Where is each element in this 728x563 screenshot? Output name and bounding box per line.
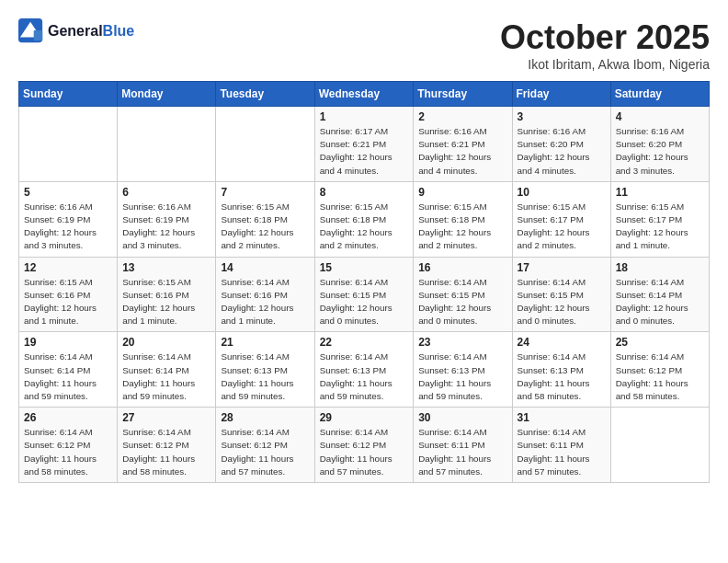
day-number: 1 <box>320 110 409 123</box>
calendar-cell <box>216 107 314 182</box>
day-number: 20 <box>122 336 210 349</box>
day-number: 16 <box>418 261 506 274</box>
calendar-table: SundayMondayTuesdayWednesdayThursdayFrid… <box>18 81 710 483</box>
calendar-cell <box>610 408 709 483</box>
day-detail: Sunrise: 6:15 AMSunset: 6:18 PMDaylight:… <box>221 201 309 253</box>
day-detail: Sunrise: 6:14 AMSunset: 6:14 PMDaylight:… <box>616 276 704 328</box>
calendar-cell: 7Sunrise: 6:15 AMSunset: 6:18 PMDaylight… <box>216 181 314 257</box>
day-number: 25 <box>616 336 704 349</box>
day-number: 30 <box>418 411 506 424</box>
day-detail: Sunrise: 6:16 AMSunset: 6:19 PMDaylight:… <box>122 201 210 253</box>
day-detail: Sunrise: 6:14 AMSunset: 6:16 PMDaylight:… <box>221 276 309 328</box>
title-block: October 2025 Ikot Ibritam, Akwa Ibom, Ni… <box>500 18 710 72</box>
logo-text: GeneralBlue <box>48 23 134 40</box>
day-number: 22 <box>320 336 409 349</box>
day-number: 29 <box>320 411 409 424</box>
day-header-saturday: Saturday <box>610 82 709 107</box>
day-detail: Sunrise: 6:15 AMSunset: 6:16 PMDaylight:… <box>122 276 210 328</box>
day-number: 31 <box>518 411 606 424</box>
calendar-cell: 1Sunrise: 6:17 AMSunset: 6:21 PMDaylight… <box>314 107 414 182</box>
day-detail: Sunrise: 6:14 AMSunset: 6:12 PMDaylight:… <box>320 426 409 478</box>
day-number: 17 <box>518 261 606 274</box>
day-detail: Sunrise: 6:14 AMSunset: 6:15 PMDaylight:… <box>518 276 606 328</box>
day-number: 19 <box>24 336 112 349</box>
day-number: 21 <box>221 336 309 349</box>
day-number: 14 <box>221 261 309 274</box>
calendar-cell: 4Sunrise: 6:16 AMSunset: 6:20 PMDaylight… <box>610 107 709 182</box>
day-detail: Sunrise: 6:14 AMSunset: 6:13 PMDaylight:… <box>518 350 606 403</box>
day-number: 6 <box>122 186 210 199</box>
day-number: 7 <box>221 186 309 199</box>
day-detail: Sunrise: 6:14 AMSunset: 6:12 PMDaylight:… <box>616 350 704 403</box>
calendar-week-4: 19Sunrise: 6:14 AMSunset: 6:14 PMDayligh… <box>19 332 710 408</box>
day-number: 8 <box>320 186 409 199</box>
day-detail: Sunrise: 6:14 AMSunset: 6:15 PMDaylight:… <box>418 276 506 328</box>
calendar-cell: 9Sunrise: 6:15 AMSunset: 6:18 PMDaylight… <box>414 181 512 257</box>
day-detail: Sunrise: 6:16 AMSunset: 6:20 PMDaylight:… <box>616 125 704 178</box>
calendar-cell: 24Sunrise: 6:14 AMSunset: 6:13 PMDayligh… <box>512 332 610 408</box>
calendar-cell: 12Sunrise: 6:15 AMSunset: 6:16 PMDayligh… <box>19 257 118 332</box>
calendar-cell: 16Sunrise: 6:14 AMSunset: 6:15 PMDayligh… <box>414 257 512 332</box>
day-number: 3 <box>518 110 606 123</box>
calendar-cell: 3Sunrise: 6:16 AMSunset: 6:20 PMDaylight… <box>512 107 610 182</box>
day-detail: Sunrise: 6:16 AMSunset: 6:20 PMDaylight:… <box>518 125 606 178</box>
calendar-cell: 27Sunrise: 6:14 AMSunset: 6:12 PMDayligh… <box>118 408 216 483</box>
day-detail: Sunrise: 6:14 AMSunset: 6:12 PMDaylight:… <box>221 426 309 478</box>
calendar-cell: 13Sunrise: 6:15 AMSunset: 6:16 PMDayligh… <box>118 257 216 332</box>
day-detail: Sunrise: 6:14 AMSunset: 6:13 PMDaylight:… <box>221 350 309 403</box>
month-title: October 2025 <box>500 18 710 57</box>
day-number: 11 <box>616 186 704 199</box>
day-detail: Sunrise: 6:16 AMSunset: 6:21 PMDaylight:… <box>418 125 506 178</box>
day-number: 15 <box>320 261 409 274</box>
calendar-cell: 23Sunrise: 6:14 AMSunset: 6:13 PMDayligh… <box>414 332 512 408</box>
day-number: 9 <box>418 186 506 199</box>
day-detail: Sunrise: 6:14 AMSunset: 6:12 PMDaylight:… <box>122 426 210 478</box>
day-detail: Sunrise: 6:15 AMSunset: 6:16 PMDaylight:… <box>24 276 112 328</box>
day-number: 18 <box>616 261 704 274</box>
day-number: 5 <box>24 186 112 199</box>
calendar-cell <box>118 107 216 182</box>
calendar-cell: 10Sunrise: 6:15 AMSunset: 6:17 PMDayligh… <box>512 181 610 257</box>
calendar-cell: 15Sunrise: 6:14 AMSunset: 6:15 PMDayligh… <box>314 257 414 332</box>
calendar-week-5: 26Sunrise: 6:14 AMSunset: 6:12 PMDayligh… <box>19 408 710 483</box>
day-detail: Sunrise: 6:14 AMSunset: 6:13 PMDaylight:… <box>418 350 506 403</box>
calendar-cell: 19Sunrise: 6:14 AMSunset: 6:14 PMDayligh… <box>19 332 118 408</box>
calendar-cell: 26Sunrise: 6:14 AMSunset: 6:12 PMDayligh… <box>19 408 118 483</box>
page-header: GeneralBlue October 2025 Ikot Ibritam, A… <box>18 18 710 72</box>
day-number: 2 <box>418 110 506 123</box>
day-detail: Sunrise: 6:15 AMSunset: 6:17 PMDaylight:… <box>616 201 704 253</box>
day-number: 27 <box>122 411 210 424</box>
calendar-cell: 2Sunrise: 6:16 AMSunset: 6:21 PMDaylight… <box>414 107 512 182</box>
day-detail: Sunrise: 6:15 AMSunset: 6:18 PMDaylight:… <box>320 201 409 253</box>
calendar-cell: 8Sunrise: 6:15 AMSunset: 6:18 PMDaylight… <box>314 181 414 257</box>
day-detail: Sunrise: 6:15 AMSunset: 6:17 PMDaylight:… <box>518 201 606 253</box>
day-header-friday: Friday <box>512 82 610 107</box>
day-detail: Sunrise: 6:15 AMSunset: 6:18 PMDaylight:… <box>418 201 506 253</box>
calendar-cell: 17Sunrise: 6:14 AMSunset: 6:15 PMDayligh… <box>512 257 610 332</box>
calendar-week-3: 12Sunrise: 6:15 AMSunset: 6:16 PMDayligh… <box>19 257 710 332</box>
day-detail: Sunrise: 6:14 AMSunset: 6:11 PMDaylight:… <box>418 426 506 478</box>
calendar-cell: 20Sunrise: 6:14 AMSunset: 6:14 PMDayligh… <box>118 332 216 408</box>
day-number: 26 <box>24 411 112 424</box>
calendar-cell <box>19 107 118 182</box>
day-header-thursday: Thursday <box>414 82 512 107</box>
logo-icon <box>18 18 44 44</box>
day-number: 28 <box>221 411 309 424</box>
calendar-cell: 6Sunrise: 6:16 AMSunset: 6:19 PMDaylight… <box>118 181 216 257</box>
day-detail: Sunrise: 6:14 AMSunset: 6:14 PMDaylight:… <box>24 350 112 403</box>
day-detail: Sunrise: 6:16 AMSunset: 6:19 PMDaylight:… <box>24 201 112 253</box>
calendar-cell: 18Sunrise: 6:14 AMSunset: 6:14 PMDayligh… <box>610 257 709 332</box>
day-detail: Sunrise: 6:14 AMSunset: 6:11 PMDaylight:… <box>518 426 606 478</box>
day-number: 10 <box>518 186 606 199</box>
day-header-monday: Monday <box>118 82 216 107</box>
day-detail: Sunrise: 6:14 AMSunset: 6:12 PMDaylight:… <box>24 426 112 478</box>
svg-marker-3 <box>34 30 42 40</box>
calendar-cell: 5Sunrise: 6:16 AMSunset: 6:19 PMDaylight… <box>19 181 118 257</box>
day-number: 24 <box>518 336 606 349</box>
day-detail: Sunrise: 6:14 AMSunset: 6:15 PMDaylight:… <box>320 276 409 328</box>
calendar-cell: 11Sunrise: 6:15 AMSunset: 6:17 PMDayligh… <box>610 181 709 257</box>
day-header-tuesday: Tuesday <box>216 82 314 107</box>
location-subtitle: Ikot Ibritam, Akwa Ibom, Nigeria <box>500 57 710 72</box>
logo: GeneralBlue <box>18 18 134 44</box>
day-detail: Sunrise: 6:14 AMSunset: 6:14 PMDaylight:… <box>122 350 210 403</box>
